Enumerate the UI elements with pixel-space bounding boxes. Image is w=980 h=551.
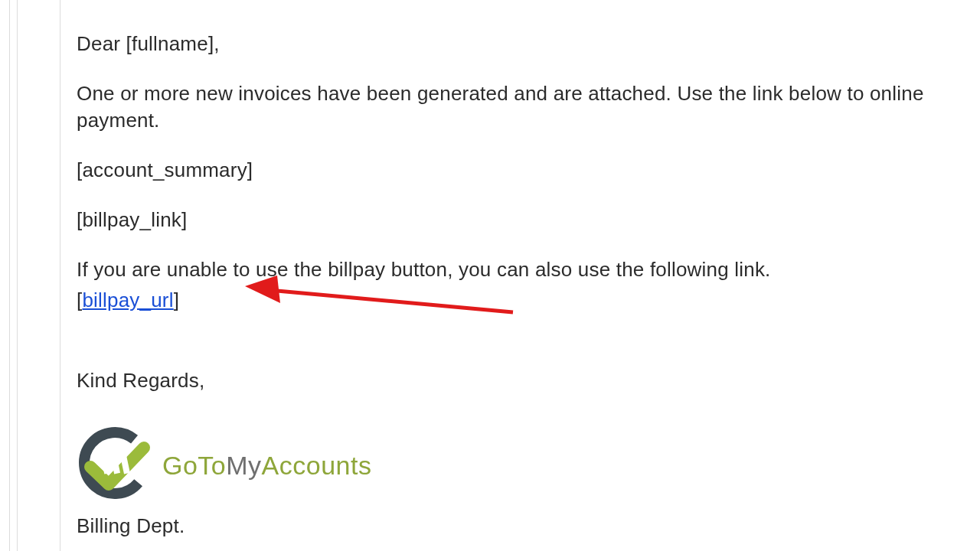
company-logo: GoToMyAccounts [77, 425, 980, 508]
sign-off: Kind Regards, [77, 367, 980, 394]
billpay-link-placeholder: [billpay_link] [77, 207, 980, 233]
billpay-url-link[interactable]: billpay_url [82, 289, 173, 311]
svg-rect-2 [109, 450, 120, 474]
logo-text-my: My [226, 451, 261, 480]
greeting-line: Dear [fullname], [77, 31, 980, 57]
intro-paragraph: One or more new invoices have been gener… [77, 80, 980, 134]
billing-dept-line: Billing Dept. [77, 513, 980, 540]
logo-wordmark: GoToMyAccounts [162, 448, 371, 484]
billpay-url-line: [billpay_url] [77, 287, 980, 314]
logo-text-goto: GoTo [162, 451, 226, 480]
account-summary-placeholder: [account_summary] [77, 157, 980, 184]
alt-link-instruction: If you are unable to use the billpay but… [77, 256, 980, 283]
email-body: Dear [fullname], One or more new invoice… [77, 31, 980, 540]
left-ruler-guides [0, 0, 61, 551]
logo-mark-icon [77, 425, 153, 508]
logo-text-accounts: Accounts [262, 451, 372, 480]
billpay-url-close-bracket: ] [174, 289, 179, 311]
